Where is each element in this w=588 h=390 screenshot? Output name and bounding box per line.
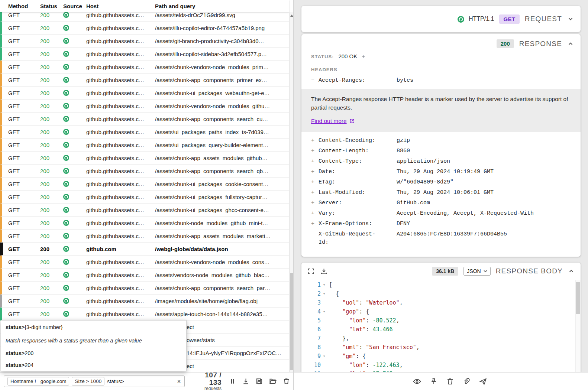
code-line: "lat": 43.466 — [329, 325, 581, 334]
line-number[interactable]: 1▾ — [301, 280, 329, 289]
status-expand-icon[interactable]: + — [362, 53, 365, 59]
header-toggle-icon[interactable]: + — [311, 157, 319, 166]
suggestion-option[interactable]: status>200 — [1, 347, 186, 359]
response-header[interactable]: 200 RESPONSE — [301, 34, 581, 52]
header-key: X-GitHub-Request- Id: — [319, 230, 397, 247]
table-row[interactable]: GET200github.githubassets.c…/assets/chun… — [0, 230, 289, 243]
header-row[interactable]: +ETag:W/"66d04809-8d29" — [301, 177, 581, 188]
scroll-up-arrow[interactable] — [290, 14, 293, 17]
table-scrollbar[interactable] — [289, 12, 293, 372]
table-row[interactable]: GET200github.githubassets.c…/assets/chun… — [0, 204, 289, 217]
row-host: github.githubassets.c… — [86, 77, 155, 83]
line-number[interactable]: 2▾ — [301, 289, 329, 298]
send-icon[interactable] — [479, 378, 487, 385]
table-row[interactable]: GET200github.githubassets.c…/assets/ui_p… — [0, 126, 289, 139]
save-icon[interactable] — [256, 378, 263, 385]
table-row[interactable]: GET200github.githubassets.c…/assets/chun… — [0, 165, 289, 178]
chevron-down-icon[interactable] — [567, 16, 574, 22]
header-toggle-icon[interactable]: + — [311, 168, 319, 176]
table-row[interactable]: GET200github.githubassets.c…/assets/chun… — [0, 113, 289, 126]
table-row[interactable]: GET200github.githubassets.c…/assets/chun… — [0, 74, 289, 87]
header-row[interactable]: X-GitHub-Request- Id:A204:6865:FC7E8D:16… — [301, 229, 581, 248]
filter-suggestions: status>{3-digit number} Match responses … — [1, 320, 187, 371]
table-row[interactable]: GET200github.githubassets.c…/assets/chun… — [0, 178, 289, 191]
header-value: Accept-Encoding, Accept, X-Requested-Wit… — [397, 209, 571, 218]
chevron-up-icon[interactable] — [568, 268, 575, 274]
table-row[interactable]: GET200github.githubassets.c…/assets/chun… — [0, 87, 289, 100]
header-row[interactable]: +Content-Length:8860 — [301, 146, 581, 156]
open-folder-icon[interactable] — [269, 378, 277, 385]
header-toggle-icon[interactable]: + — [311, 137, 319, 145]
table-row[interactable]: GET200github.githubassets.c…/images/modu… — [0, 295, 289, 308]
header-value: DENY — [397, 220, 571, 228]
attach-icon[interactable] — [463, 378, 470, 385]
body-size-badge: 36.1 kB — [432, 267, 458, 276]
table-row[interactable]: GET200github.githubassets.c…/assets/vend… — [0, 269, 289, 282]
filter-toolbar: Hostname != google.comSize > 1000 status… — [0, 372, 294, 390]
filter-input[interactable]: Hostname != google.comSize > 1000 status… — [4, 376, 185, 387]
response-card: 200 RESPONSE STATUS: 200 OK + HEADERS −A… — [301, 34, 581, 257]
header-row[interactable]: +Vary:Accept-Encoding, Accept, X-Request… — [301, 208, 581, 219]
import-icon[interactable] — [242, 378, 249, 385]
header-row[interactable]: +Content-Type:application/json — [301, 156, 581, 167]
table-row[interactable]: GET200github.githubassets.c…/assets/illu… — [0, 22, 289, 35]
filter-chip[interactable]: Size > 1000 — [72, 377, 104, 386]
table-row[interactable]: GET200github.githubassets.c…/assets/chun… — [0, 191, 289, 204]
request-card[interactable]: HTTP/1.1 GET REQUEST — [301, 6, 581, 32]
header-key: Content-Length: — [319, 147, 397, 155]
delete-icon[interactable] — [283, 378, 290, 385]
header-toggle-icon[interactable] — [311, 230, 319, 247]
pin-icon[interactable] — [430, 378, 437, 385]
row-status: 200 — [40, 298, 63, 304]
suggestion-option[interactable]: status>204 — [1, 359, 186, 371]
editor-scrollbar[interactable] — [575, 280, 581, 372]
format-select[interactable]: JSON — [463, 267, 490, 276]
clear-filters-button[interactable]: × — [177, 378, 181, 385]
row-host: github.githubassets.c… — [86, 311, 155, 317]
delete-icon[interactable] — [446, 378, 454, 385]
download-icon[interactable] — [320, 268, 327, 275]
table-row[interactable]: GET200github.githubassets.c…/assets/appl… — [0, 308, 289, 321]
header-toggle-icon[interactable]: − — [311, 77, 319, 85]
header-toggle-icon[interactable]: + — [311, 178, 319, 186]
header-toggle-icon[interactable]: + — [311, 220, 319, 228]
header-toggle-icon[interactable]: + — [311, 209, 319, 218]
table-row[interactable]: GET200github.githubassets.c…/assets/chun… — [0, 217, 289, 230]
table-row[interactable]: GET200github.githubassets.c…/assets/git-… — [0, 35, 289, 48]
suggestion-template[interactable]: status>{3-digit number} — [1, 321, 186, 334]
header-toggle-icon[interactable]: + — [311, 189, 319, 197]
header-row[interactable]: +Date:Thu, 29 Aug 2024 10:19:49 GMT — [301, 167, 581, 177]
header-toggle-icon[interactable]: + — [311, 199, 319, 207]
header-row[interactable]: +Server:GitHub.com — [301, 198, 581, 208]
line-number[interactable]: 9▾ — [301, 352, 329, 361]
filter-chip[interactable]: Hostname != google.com — [7, 377, 69, 386]
table-row[interactable]: GET200github.githubassets.c…/assets/chun… — [0, 282, 289, 295]
fullscreen-icon[interactable] — [307, 268, 314, 275]
row-method: GET — [8, 51, 40, 57]
chevron-up-icon[interactable] — [567, 40, 574, 47]
row-method: GET — [8, 168, 40, 174]
table-row[interactable]: GET200github.githubassets.c…/assets/illu… — [0, 48, 289, 61]
find-out-more-link[interactable]: Find out more — [311, 117, 355, 125]
scrollbar-thumb[interactable] — [290, 273, 293, 370]
code-line: }, — [329, 334, 581, 343]
table-row[interactable]: GET200github.githubassets.c…/assets/ui_p… — [0, 139, 289, 152]
view-eye-icon[interactable] — [413, 378, 421, 385]
line-number[interactable]: 4▾ — [301, 307, 329, 316]
table-row[interactable]: GET200github.githubassets.c…/assets/chun… — [0, 256, 289, 269]
row-source-icon — [63, 38, 86, 44]
header-row[interactable]: +Last-Modified:Thu, 29 Aug 2024 10:06:01… — [301, 188, 581, 198]
source-icon — [458, 16, 463, 22]
editor-scrollbar-thumb[interactable] — [576, 282, 580, 314]
table-row[interactable]: GET200github.githubassets.c…/assets/chun… — [0, 61, 289, 74]
table-row[interactable]: GET200github.com/webgl-globe/data/data.j… — [0, 243, 289, 256]
pause-icon[interactable] — [229, 378, 236, 385]
row-path: /assets/chunk-ui_packages_cookie-consent… — [155, 181, 289, 187]
header-toggle-icon[interactable]: + — [311, 147, 319, 155]
header-row[interactable]: +Content-Encoding:gzip — [301, 136, 581, 146]
table-row[interactable]: GET200github.githubassets.c…/assets/chun… — [0, 152, 289, 165]
table-row[interactable]: GET200github.githubassets.c…/assets/chun… — [0, 100, 289, 113]
header-row[interactable]: +X-Frame-Options:DENY — [301, 219, 581, 229]
json-editor[interactable]: 1▾2▾34▾56789▾101112 [ { "uol": "Waterloo… — [301, 280, 581, 372]
header-row[interactable]: −Accept-Ranges:bytes — [301, 75, 581, 86]
